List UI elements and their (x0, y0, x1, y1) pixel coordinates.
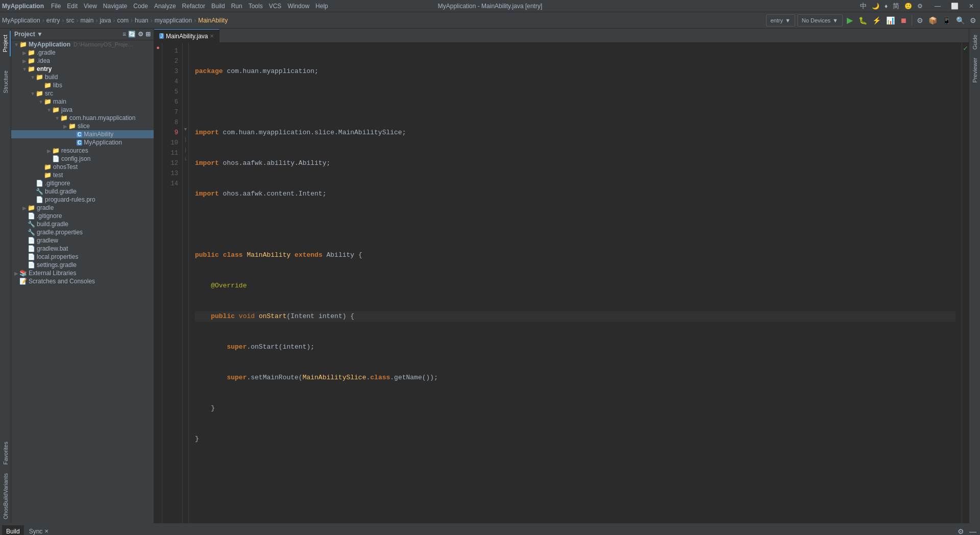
arrow-resources: ▶ (46, 148, 52, 154)
code-line-5: import ohos.aafwk.content.Intent; (195, 189, 955, 199)
tree-resources[interactable]: ▶ 📁 resources (11, 147, 154, 155)
settings-btn[interactable]: ⚙ (968, 16, 978, 25)
icon-emoji[interactable]: 🙂 (903, 3, 914, 10)
fold-9[interactable]: ▼ (183, 125, 188, 135)
menu-tools[interactable]: Tools (246, 0, 266, 12)
tree-mainability[interactable]: C MainAbility (11, 130, 154, 138)
tree-test[interactable]: 📁 test (11, 171, 154, 179)
tree-gitignore-entry[interactable]: 📄 .gitignore (11, 179, 154, 187)
menu-view[interactable]: View (81, 0, 100, 12)
tab-structure[interactable]: Structure (1, 66, 10, 98)
close-button[interactable]: ✕ (965, 3, 978, 10)
breadcrumb-mainability[interactable]: MainAbility (198, 17, 228, 24)
tree-ohostest[interactable]: 📁 ohosTest (11, 163, 154, 171)
tab-ohos-build[interactable]: OhosBuildVariants (1, 469, 10, 523)
avd-manager-btn[interactable]: 📱 (941, 16, 952, 25)
bottom-close-btn[interactable]: — (968, 527, 978, 536)
menu-navigate[interactable]: Navigate (100, 0, 130, 12)
toolbar-right: entry ▼ No Devices ▼ ▶ 🐛 ⚡ 📊 ⏹ ⚙ 📦 📱 🔍 ⚙ (766, 14, 978, 27)
menu-help[interactable]: Help (312, 0, 331, 12)
tree-gitignore-root[interactable]: 📄 .gitignore (11, 212, 154, 220)
breadcrumb-java[interactable]: java (100, 17, 111, 24)
bottom-tab-sync[interactable]: Sync ✕ (25, 525, 53, 536)
tree-slice[interactable]: ▶ 📁 slice (11, 122, 154, 130)
java-icon-mainability: C (77, 132, 82, 137)
breadcrumb-entry[interactable]: entry (46, 17, 60, 24)
code-editor[interactable]: ● 1 2 3 4 5 6 7 8 9 10 (154, 43, 969, 523)
profile-button[interactable]: ⚡ (871, 16, 883, 25)
tree-myapplication-class[interactable]: C MyApplication (11, 138, 154, 147)
tree-main[interactable]: ▼ 📁 main (11, 98, 154, 106)
bottom-tab-build[interactable]: Build (2, 525, 24, 536)
tab-guide[interactable]: Guide (970, 31, 979, 54)
tree-scratches[interactable]: 📝 Scratches and Consoles (11, 277, 154, 285)
menu-run[interactable]: Run (228, 0, 246, 12)
tree-build-gradle-entry[interactable]: 🔧 build.gradle (11, 187, 154, 196)
bp-line9[interactable]: ● (154, 43, 162, 53)
icon-settings[interactable]: ⚙ (916, 3, 924, 10)
menu-edit[interactable]: Edit (64, 0, 81, 12)
tab-favorites[interactable]: Favorites (1, 437, 10, 469)
menu-window[interactable]: Window (284, 0, 312, 12)
debug-button[interactable]: 🐛 (857, 16, 869, 25)
tree-myapplication[interactable]: ▼ 📁 MyApplication D:\HarmonyOS_Project\M… (11, 40, 154, 48)
breadcrumb-src[interactable]: src (66, 17, 74, 24)
tree-java[interactable]: ▼ 📁 java (11, 106, 154, 114)
breadcrumb-myapp[interactable]: myapplication (155, 17, 192, 24)
icon-diamond[interactable]: ♦ (883, 3, 889, 10)
menu-file[interactable]: File (48, 0, 64, 12)
entry-dropdown[interactable]: entry ▼ (766, 14, 795, 27)
breadcrumb-huan[interactable]: huan (135, 17, 149, 24)
tree-com-huan[interactable]: ▼ 📁 com.huan.myapplication (11, 114, 154, 122)
tree-entry[interactable]: ▼ 📁 entry (11, 65, 154, 73)
stop-button[interactable]: ⏹ (898, 16, 909, 25)
maximize-button[interactable]: ⬜ (947, 3, 963, 10)
run-button[interactable]: ▶ (845, 15, 855, 25)
tree-local-props[interactable]: 📄 local.properties (11, 253, 154, 261)
search-everywhere-btn[interactable]: 🔍 (954, 16, 966, 25)
breadcrumb-myapplication[interactable]: MyApplication (2, 17, 40, 24)
no-devices-dropdown[interactable]: No Devices ▼ (797, 14, 843, 27)
tab-mainability[interactable]: J MainAbility.java ✕ (154, 29, 219, 42)
attach-button[interactable]: 📊 (885, 16, 896, 25)
tab-project[interactable]: Project (1, 31, 11, 56)
menu-code[interactable]: Code (130, 0, 151, 12)
tree-idea[interactable]: ▶ 📁 .idea (11, 57, 154, 65)
tab-previewer[interactable]: Previewer (970, 54, 979, 87)
tree-gradlew-bat[interactable]: 📄 gradlew.bat (11, 245, 154, 253)
project-icon-1[interactable]: ≡ (122, 31, 126, 38)
tree-src[interactable]: ▼ 📁 src (11, 89, 154, 98)
menu-vcs[interactable]: VCS (266, 0, 285, 12)
project-icon-2[interactable]: 🔄 (128, 31, 136, 38)
menu-analyze[interactable]: Analyze (151, 0, 179, 12)
tree-gradle-props[interactable]: 🔧 gradle.properties (11, 228, 154, 236)
tree-gradle-root[interactable]: ▶ 📁 gradle (11, 204, 154, 212)
icon-chinese[interactable]: 中 (859, 2, 868, 11)
minimize-button[interactable]: — (930, 3, 945, 10)
build-icon-btn[interactable]: ⚙ (915, 16, 925, 25)
tree-label-buildgradle-e: build.gradle (45, 188, 77, 195)
code-content[interactable]: package com.huan.myapplication; import c… (189, 43, 962, 523)
tree-settings-gradle[interactable]: 📄 settings.gradle (11, 261, 154, 269)
tree-config-json[interactable]: 📄 config.json (11, 155, 154, 163)
tree-build-gradle-root[interactable]: 🔧 build.gradle (11, 220, 154, 228)
menu-refactor[interactable]: Refactor (179, 0, 208, 12)
gradle-icon-e: 🔧 (36, 188, 43, 195)
breadcrumb-com[interactable]: com (117, 17, 129, 24)
menu-build[interactable]: Build (208, 0, 228, 12)
project-icon-3[interactable]: ⚙ (138, 31, 143, 38)
tree-gradle[interactable]: ▶ 📁 .gradle (11, 48, 154, 57)
sdk-manager-btn[interactable]: 📦 (927, 16, 939, 25)
tree-proguard[interactable]: 📄 proguard-rules.pro (11, 196, 154, 204)
icon-moon[interactable]: 🌙 (870, 3, 881, 10)
sync-close[interactable]: ✕ (44, 528, 48, 534)
icon-simplified[interactable]: 简 (891, 2, 901, 11)
tab-close-mainability[interactable]: ✕ (210, 33, 214, 39)
tree-libs[interactable]: 📁 libs (11, 81, 154, 89)
tree-external-libs[interactable]: ▶ 📚 External Libraries (11, 269, 154, 277)
bottom-settings-btn[interactable]: ⚙ (956, 527, 966, 536)
tree-gradlew[interactable]: 📄 gradlew (11, 236, 154, 245)
breadcrumb-main[interactable]: main (80, 17, 93, 24)
project-icon-4[interactable]: ⊞ (145, 31, 151, 38)
tree-build[interactable]: ▼ 📁 build (11, 73, 154, 81)
